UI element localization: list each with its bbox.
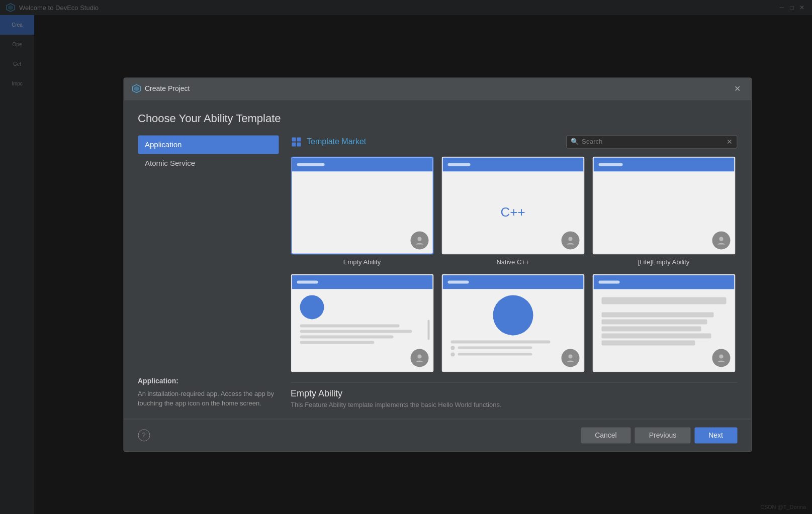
category-item-application[interactable]: Application xyxy=(138,135,279,154)
mock-avatar-f3 xyxy=(712,349,730,367)
templates-grid: Empty Ability C++ xyxy=(291,156,737,376)
mock-avatar-empty xyxy=(410,231,428,249)
dialog-body: Choose Your Ability Template Application… xyxy=(124,100,751,419)
description-title: Application: xyxy=(138,377,279,385)
search-box[interactable]: 🔍 ✕ xyxy=(566,135,737,148)
mock-avatar-f2 xyxy=(561,349,579,367)
search-input[interactable] xyxy=(582,138,724,145)
previous-button[interactable]: Previous xyxy=(635,427,690,443)
dialog-content: Application Atomic Service Application: … xyxy=(138,135,737,408)
help-button[interactable]: ? xyxy=(138,429,150,441)
template-card-feature1[interactable] xyxy=(291,274,433,376)
svg-rect-7 xyxy=(297,142,301,146)
description-box: Application: An installation-required ap… xyxy=(138,367,279,408)
selected-template-description: This Feature Ability template implements… xyxy=(291,401,737,408)
panel-header: Template Market 🔍 ✕ xyxy=(291,135,737,148)
template-thumb-empty-ability xyxy=(291,156,433,254)
template-name-lite-empty: [Lite]Empty Ability xyxy=(638,258,690,266)
svg-point-12 xyxy=(568,354,572,358)
right-panel: Template Market 🔍 ✕ xyxy=(291,135,737,408)
selected-template-name: Empty Ability xyxy=(291,388,737,399)
template-detail: Empty Ability This Feature Ability templ… xyxy=(291,382,737,408)
template-card-native-cpp[interactable]: C++ Native C++ xyxy=(441,156,584,266)
dialog-heading: Choose Your Ability Template xyxy=(138,112,737,125)
template-card-empty-ability[interactable]: Empty Ability xyxy=(291,156,433,266)
template-market-label: Template Market xyxy=(307,137,366,146)
next-button[interactable]: Next xyxy=(694,427,737,443)
mock-avatar-f1 xyxy=(410,349,428,367)
svg-point-11 xyxy=(417,354,421,358)
search-clear-icon[interactable]: ✕ xyxy=(727,138,733,146)
category-item-atomic-service[interactable]: Atomic Service xyxy=(138,154,279,172)
left-panel: Application Atomic Service Application: … xyxy=(138,135,279,408)
template-thumb-feature3 xyxy=(592,274,735,372)
search-icon: 🔍 xyxy=(571,138,579,145)
dialog-title: Create Project xyxy=(145,84,190,92)
template-card-feature2[interactable] xyxy=(441,274,584,376)
mock-list-rows xyxy=(597,308,730,349)
create-project-dialog: Create Project ✕ Choose Your Ability Tem… xyxy=(123,77,752,452)
description-text: An installation-required app. Access the… xyxy=(138,389,279,408)
template-thumb-native-cpp: C++ xyxy=(441,156,584,254)
template-card-lite-empty[interactable]: [Lite]Empty Ability xyxy=(592,156,735,266)
dialog-titlebar: Create Project ✕ xyxy=(124,78,751,100)
mock-circle-small xyxy=(300,295,324,319)
cpp-text: C++ xyxy=(500,204,525,220)
svg-rect-4 xyxy=(292,137,296,141)
mock-search-bar xyxy=(601,297,726,304)
category-atomic-label: Atomic Service xyxy=(145,159,195,167)
footer-buttons: Cancel Previous Next xyxy=(581,427,737,443)
template-thumb-lite-empty xyxy=(592,156,735,254)
mock-avatar-cpp xyxy=(561,231,579,249)
svg-marker-3 xyxy=(134,86,139,91)
svg-point-9 xyxy=(568,237,572,241)
template-card-feature3[interactable] xyxy=(592,274,735,376)
cancel-button[interactable]: Cancel xyxy=(581,427,631,443)
mock-avatar-lite xyxy=(712,231,730,249)
dialog-footer: ? Cancel Previous Next xyxy=(124,419,751,451)
svg-point-10 xyxy=(719,237,723,241)
svg-rect-5 xyxy=(297,137,301,141)
template-market-icon xyxy=(291,136,302,147)
svg-rect-6 xyxy=(292,142,296,146)
template-thumb-feature2 xyxy=(441,274,584,372)
dialog-logo xyxy=(132,84,141,93)
svg-point-13 xyxy=(719,354,723,358)
help-icon: ? xyxy=(142,431,145,439)
template-name-native-cpp: Native C++ xyxy=(496,258,529,266)
category-list: Application Atomic Service xyxy=(138,135,279,367)
mock-circle-large xyxy=(493,295,533,335)
dialog-close-button[interactable]: ✕ xyxy=(731,82,743,94)
template-thumb-feature1 xyxy=(291,274,433,372)
svg-point-8 xyxy=(417,237,421,241)
template-name-empty-ability: Empty Ability xyxy=(343,258,381,266)
category-application-label: Application xyxy=(145,140,182,149)
